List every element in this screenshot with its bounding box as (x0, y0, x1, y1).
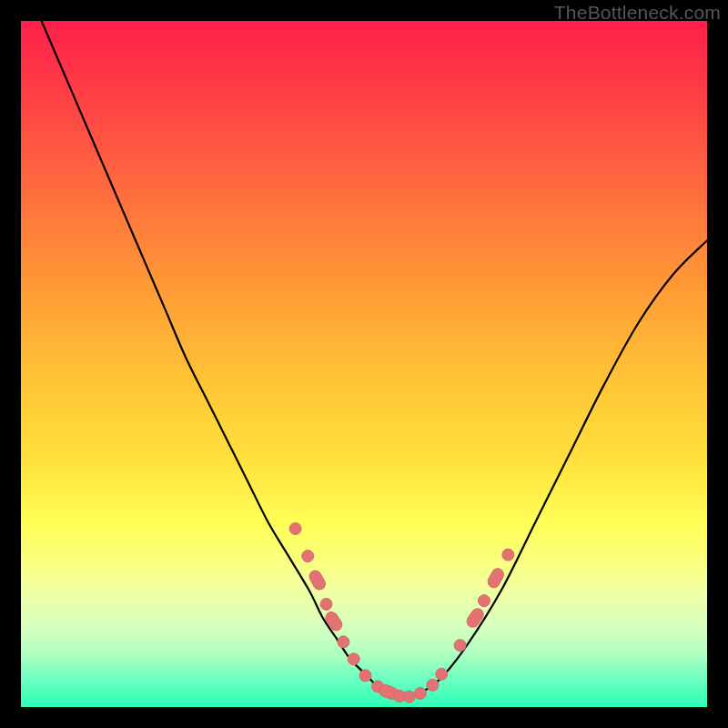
curve-marker-dot (359, 670, 371, 682)
curve-markers (289, 522, 514, 703)
curve-marker-lozenge (465, 606, 486, 629)
curve-marker-dot (403, 691, 415, 703)
curve-marker-dot (320, 598, 332, 610)
chart-frame: TheBottleneck.com (0, 0, 728, 728)
curve-marker-dot (414, 687, 426, 699)
curve-marker-dot (338, 636, 349, 648)
curve-marker-lozenge (323, 610, 344, 633)
bottleneck-curve-path (42, 21, 707, 697)
curve-marker-lozenge (308, 569, 328, 592)
curve-marker-dot (348, 653, 359, 665)
curve-marker-dot (436, 668, 448, 680)
curve-marker-dot (427, 679, 439, 691)
curve-layer (21, 21, 707, 707)
curve-marker-dot (302, 551, 314, 562)
watermark-text: TheBottleneck.com (554, 2, 721, 24)
curve-marker-dot (289, 522, 301, 534)
curve-marker-dot (478, 595, 490, 607)
plot-area (21, 21, 707, 707)
curve-marker-dot (502, 549, 514, 561)
curve-marker-dot (454, 640, 466, 652)
